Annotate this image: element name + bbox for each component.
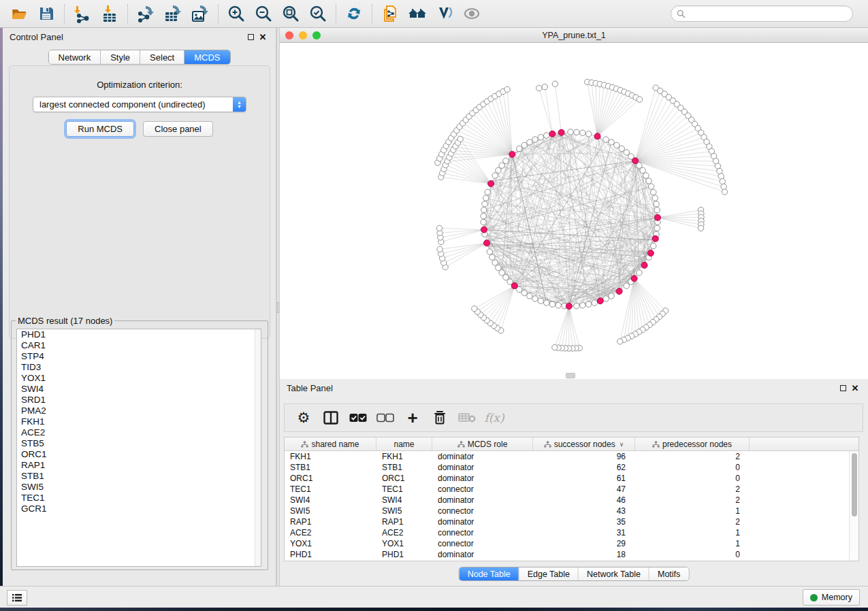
table-cell[interactable]: dominator bbox=[432, 549, 533, 560]
result-node-item[interactable]: PMA2 bbox=[17, 406, 261, 416]
task-history-button[interactable] bbox=[7, 590, 27, 606]
table-settings-icon[interactable]: ⚙ bbox=[291, 406, 316, 429]
search-field[interactable] bbox=[671, 5, 853, 22]
table-cell[interactable]: connector bbox=[432, 527, 533, 538]
network-graph[interactable] bbox=[280, 43, 868, 379]
hide-selected-eye-icon[interactable] bbox=[458, 2, 485, 25]
table-cell[interactable]: TEC1 bbox=[285, 484, 376, 495]
result-node-item[interactable]: ACE2 bbox=[17, 427, 261, 438]
table-cell[interactable]: 43 bbox=[533, 506, 635, 516]
window-zoom-button[interactable] bbox=[312, 31, 321, 39]
column-header-successor-nodes[interactable]: successor nodes∨ bbox=[533, 437, 635, 450]
float-panel-icon[interactable] bbox=[837, 382, 849, 393]
tab-motifs[interactable]: Motifs bbox=[649, 567, 688, 580]
result-node-item[interactable]: TEC1 bbox=[17, 493, 261, 503]
result-node-item[interactable]: SWI4 bbox=[17, 384, 261, 395]
table-cell[interactable]: 96 bbox=[533, 451, 635, 462]
table-cell[interactable]: 2 bbox=[635, 516, 750, 527]
tab-network[interactable]: Network bbox=[48, 50, 101, 64]
result-node-item[interactable]: CAR1 bbox=[17, 340, 261, 351]
table-scrollbar-thumb[interactable] bbox=[852, 453, 857, 516]
result-node-item[interactable]: GCR1 bbox=[17, 503, 261, 514]
table-cell[interactable]: PHD1 bbox=[376, 549, 432, 560]
window-minimize-button[interactable] bbox=[299, 31, 307, 39]
table-cell[interactable]: 61 bbox=[533, 473, 635, 484]
table-cell[interactable]: ACE2 bbox=[376, 527, 432, 538]
function-builder-icon[interactable]: f(x) bbox=[482, 406, 507, 429]
apply-layout-icon[interactable] bbox=[340, 2, 368, 25]
table-cell[interactable]: connector bbox=[432, 506, 533, 516]
table-cell[interactable]: 35 bbox=[533, 516, 635, 527]
result-node-item[interactable]: ORC1 bbox=[17, 449, 261, 460]
table-cell[interactable]: 1 bbox=[635, 527, 750, 538]
table-row[interactable]: SWI5SWI5connector431 bbox=[285, 506, 849, 516]
search-input[interactable] bbox=[689, 9, 847, 18]
table-cell[interactable]: 18 bbox=[533, 549, 635, 560]
result-list-scrollbar[interactable] bbox=[255, 329, 261, 566]
column-header-predecessor-nodes[interactable]: predecessor nodes bbox=[635, 437, 750, 450]
result-node-item[interactable]: STB1 bbox=[17, 471, 261, 482]
table-cell[interactable]: RAP1 bbox=[285, 516, 376, 527]
memory-button[interactable]: Memory bbox=[803, 589, 860, 606]
tab-mcds[interactable]: MCDS bbox=[184, 50, 229, 64]
table-cell[interactable]: 2 bbox=[635, 495, 750, 506]
table-cell[interactable]: 1 bbox=[635, 538, 750, 549]
delete-column-icon[interactable] bbox=[428, 406, 452, 429]
tab-select[interactable]: Select bbox=[140, 50, 184, 64]
close-panel-icon[interactable]: ✕ bbox=[257, 31, 269, 42]
table-row[interactable]: STB1STB1dominator620 bbox=[285, 462, 849, 473]
first-neighbors-icon[interactable] bbox=[404, 2, 431, 25]
graphics-details-icon[interactable] bbox=[431, 2, 458, 25]
table-cell[interactable]: SWI4 bbox=[285, 495, 376, 506]
horizontal-splitter-grip[interactable] bbox=[566, 373, 575, 378]
table-cell[interactable]: ORC1 bbox=[376, 473, 432, 484]
table-cell[interactable]: 1 bbox=[635, 506, 750, 516]
table-cell[interactable]: SWI5 bbox=[285, 506, 376, 516]
select-all-check-icon[interactable] bbox=[346, 406, 370, 429]
split-columns-icon[interactable] bbox=[319, 406, 343, 429]
delete-table-icon[interactable] bbox=[455, 406, 479, 429]
window-close-button[interactable] bbox=[285, 31, 293, 39]
table-cell[interactable]: connector bbox=[432, 538, 533, 549]
table-cell[interactable]: SWI4 bbox=[376, 495, 432, 506]
table-row[interactable]: ACE2ACE2connector311 bbox=[285, 527, 849, 538]
table-row[interactable]: RAP1RAP1dominator352 bbox=[285, 516, 849, 527]
table-cell[interactable]: FKH1 bbox=[376, 451, 432, 462]
table-cell[interactable]: ACE2 bbox=[285, 527, 376, 538]
zoom-out-icon[interactable] bbox=[250, 2, 277, 25]
table-cell[interactable]: YOX1 bbox=[285, 538, 376, 549]
table-cell[interactable]: dominator bbox=[432, 451, 533, 462]
float-panel-icon[interactable] bbox=[244, 31, 257, 42]
close-panel-button[interactable]: Close panel bbox=[143, 121, 213, 137]
tab-style[interactable]: Style bbox=[101, 50, 140, 64]
export-image-icon[interactable] bbox=[187, 2, 214, 25]
table-cell[interactable]: STB1 bbox=[285, 462, 376, 473]
table-cell[interactable]: TEC1 bbox=[376, 484, 432, 495]
table-cell[interactable]: dominator bbox=[432, 516, 533, 527]
table-cell[interactable]: 2 bbox=[635, 451, 750, 462]
table-cell[interactable]: 2 bbox=[635, 484, 750, 495]
table-row[interactable]: PHD1PHD1dominator180 bbox=[285, 549, 849, 560]
import-table-icon[interactable] bbox=[96, 2, 123, 25]
table-cell[interactable]: PHD1 bbox=[285, 549, 376, 560]
import-network-icon[interactable] bbox=[69, 2, 96, 25]
table-cell[interactable]: 29 bbox=[533, 538, 635, 549]
table-cell[interactable]: 46 bbox=[533, 495, 635, 506]
tab-node-table[interactable]: Node Table bbox=[460, 567, 519, 580]
table-cell[interactable]: connector bbox=[432, 484, 533, 495]
column-header-MCDS-role[interactable]: MCDS role bbox=[432, 437, 533, 450]
table-cell[interactable]: 0 bbox=[635, 462, 750, 473]
result-node-item[interactable]: SRD1 bbox=[17, 395, 261, 406]
result-node-item[interactable]: RAP1 bbox=[17, 460, 261, 471]
result-node-item[interactable]: TID3 bbox=[17, 362, 261, 373]
table-cell[interactable]: 31 bbox=[533, 527, 635, 538]
column-header-shared-name[interactable]: shared name bbox=[285, 437, 376, 450]
table-row[interactable]: YOX1YOX1connector291 bbox=[285, 538, 849, 549]
save-session-icon[interactable] bbox=[33, 2, 60, 25]
column-header-name[interactable]: name bbox=[376, 437, 432, 450]
table-cell[interactable]: 0 bbox=[635, 549, 750, 560]
table-cell[interactable]: ORC1 bbox=[285, 473, 376, 484]
table-cell[interactable]: FKH1 bbox=[285, 451, 376, 462]
tab-network-table[interactable]: Network Table bbox=[579, 567, 649, 580]
zoom-selected-icon[interactable] bbox=[304, 2, 332, 25]
